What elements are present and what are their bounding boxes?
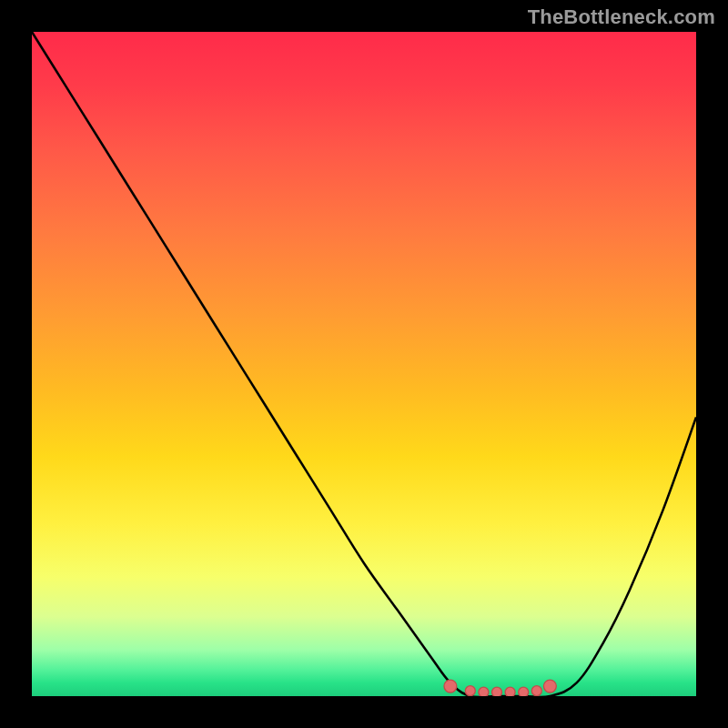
curve-svg <box>32 32 696 696</box>
chart-frame: TheBottleneck.com <box>0 0 728 728</box>
optimal-dot <box>465 686 475 696</box>
optimal-dot <box>479 687 489 696</box>
optimal-dot <box>492 687 502 696</box>
optimal-range-dots <box>444 680 556 696</box>
bottleneck-curve-path <box>32 32 696 696</box>
optimal-dot <box>543 680 556 693</box>
optimal-dot <box>444 680 457 693</box>
optimal-dot <box>519 687 529 696</box>
plot-area <box>32 32 696 696</box>
watermark-text: TheBottleneck.com <box>528 5 715 29</box>
optimal-dot <box>531 686 541 696</box>
optimal-dot <box>505 687 515 696</box>
